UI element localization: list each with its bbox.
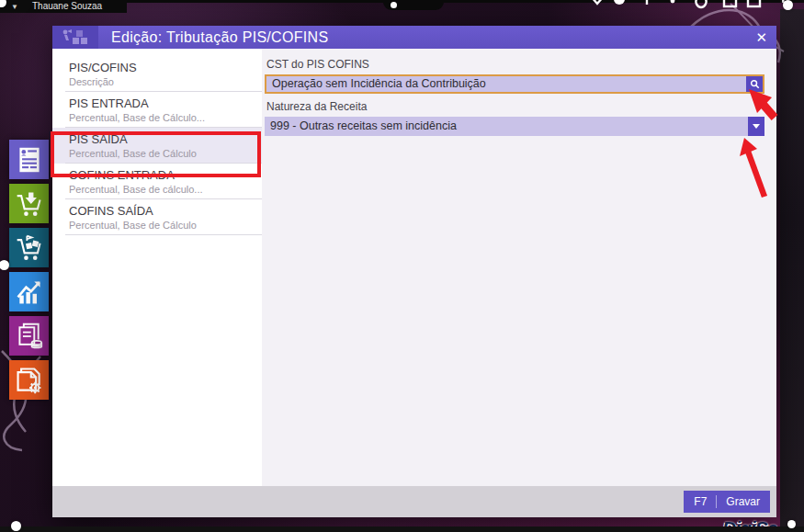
- dialog-sidebar: PIS/COFINS Descrição PIS ENTRADA Percent…: [52, 49, 262, 486]
- capture-toolbar-icons[interactable]: [590, 0, 787, 11]
- window-icon: [724, 0, 736, 6]
- annotation-arrow-dropdown: [731, 136, 781, 202]
- sidebar-item-cofins-saida[interactable]: COFINS SAÍDA Percentual, Base de Cálculo: [52, 199, 262, 235]
- documents-coins-icon[interactable]: [9, 316, 49, 356]
- documents-gear-icon[interactable]: [9, 360, 49, 400]
- sidebar-item-subtitle: Descrição: [69, 76, 255, 87]
- overlay-handle-bottomleft[interactable]: [11, 521, 21, 531]
- sidebar-item-subtitle: Percentual, Base de Cálculo: [69, 220, 255, 231]
- overlay-handle-midleft[interactable]: [0, 260, 9, 270]
- text-tool-icon: [641, 0, 652, 5]
- sidebar-item-title: PIS ENTRADA: [69, 96, 255, 110]
- statistics-chart-icon[interactable]: [9, 272, 49, 311]
- partial-glyph-icon: [772, 0, 783, 3]
- dialog-footer: F7 Gravar: [52, 486, 776, 517]
- dialog-title: Edição: Tributação PIS/COFINS: [111, 29, 328, 46]
- presenter-name: Thauane Souzaa: [32, 0, 102, 13]
- save-label: Gravar: [726, 495, 760, 508]
- cst-value: Operação sem Incidência da Contribuição: [266, 76, 763, 92]
- bottom-edge-bar: [0, 526, 804, 532]
- window-icon-2: [748, 0, 760, 6]
- button-divider: [716, 495, 717, 508]
- cst-input[interactable]: Operação sem Incidência da Contribuição: [265, 74, 764, 94]
- annotation-arrow-lookup: [744, 86, 781, 125]
- right-background-shade: [780, 9, 804, 529]
- overlay-handle-topright[interactable]: [783, 0, 793, 10]
- camera-dot: [391, 2, 397, 8]
- cart-boxes-icon[interactable]: [9, 228, 49, 267]
- cart-download-icon[interactable]: [9, 184, 49, 223]
- form-panel: CST do PIS COFINS Operação sem Incidênci…: [262, 49, 776, 486]
- save-button[interactable]: F7 Gravar: [684, 491, 770, 513]
- shortcut-label: F7: [694, 495, 707, 508]
- dialog-titlebar: Edição: Tributação PIS/COFINS ✕: [52, 26, 776, 49]
- edit-pis-cofins-dialog: Edição: Tributação PIS/COFINS ✕ PIS/COFI…: [52, 26, 776, 517]
- worker-boxes-icon: [52, 26, 98, 49]
- sidebar-item-pis-entrada[interactable]: PIS ENTRADA Percentual, Base de Cálculo.…: [52, 92, 262, 128]
- cst-label: CST do PIS COFINS: [266, 58, 764, 71]
- close-icon[interactable]: ✕: [755, 28, 767, 46]
- small-dot-icon: [671, 0, 675, 3]
- sidebar-item-subtitle: Percentual, Base de cálculo...: [69, 184, 255, 195]
- camera-notch: [383, 0, 444, 10]
- annotation-highlight-rect: [51, 131, 261, 177]
- natureza-label: Natureza da Receita: [266, 100, 764, 113]
- sidebar-item-title: PIS/COFINS: [69, 61, 255, 74]
- sidebar-item-title: COFINS SAÍDA: [69, 204, 255, 218]
- overlay-handle-bottomright[interactable]: [787, 520, 796, 528]
- screen: ▼ Thauane Souzaa: [0, 0, 804, 532]
- natureza-dropdown[interactable]: 999 - Outras receitas sem incidência: [265, 117, 764, 136]
- collapse-triangle-icon[interactable]: ▼: [11, 1, 18, 14]
- natureza-value: 999 - Outras receitas sem incidência: [265, 117, 764, 136]
- report-document-icon[interactable]: [9, 140, 49, 179]
- presenter-strip: ▼ Thauane Souzaa: [0, 0, 127, 13]
- sidebar-item-subtitle: Percentual, Base de Cálculo...: [69, 112, 255, 123]
- pin-icon: [696, 0, 706, 7]
- sidebar-item-pis-cofins[interactable]: PIS/COFINS Descrição: [52, 56, 262, 92]
- chevron-icon: [592, 0, 603, 4]
- record-dot-icon: [614, 0, 625, 5]
